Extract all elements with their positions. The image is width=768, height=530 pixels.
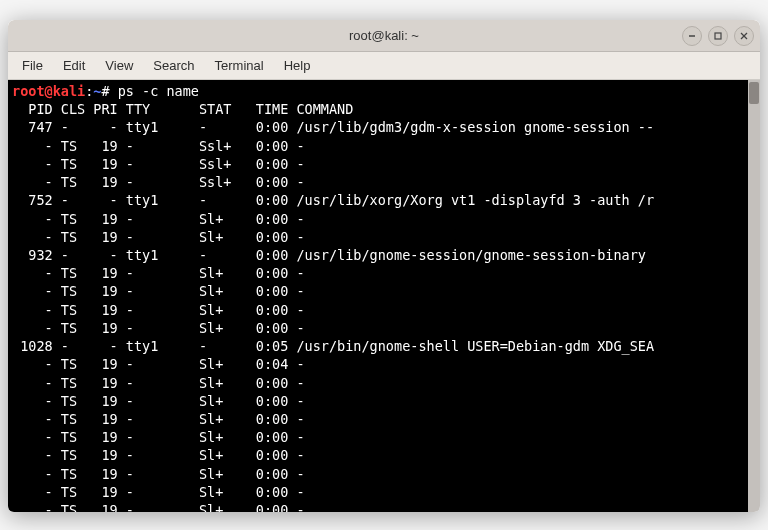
menu-search[interactable]: Search (145, 55, 202, 76)
maximize-button[interactable] (708, 26, 728, 46)
terminal-window: root@kali: ~ File Edit View Search Termi… (8, 20, 760, 512)
maximize-icon (713, 31, 723, 41)
menu-terminal[interactable]: Terminal (207, 55, 272, 76)
menubar: File Edit View Search Terminal Help (8, 52, 760, 80)
svg-rect-1 (715, 33, 721, 39)
terminal-wrapper: root@kali:~# ps -c name PID CLS PRI TTY … (8, 80, 760, 512)
menu-file[interactable]: File (14, 55, 51, 76)
terminal[interactable]: root@kali:~# ps -c name PID CLS PRI TTY … (8, 80, 748, 512)
menu-view[interactable]: View (97, 55, 141, 76)
minimize-icon (687, 31, 697, 41)
window-controls (682, 26, 754, 46)
titlebar[interactable]: root@kali: ~ (8, 20, 760, 52)
scrollbar[interactable] (748, 80, 760, 512)
menu-help[interactable]: Help (276, 55, 319, 76)
close-icon (739, 31, 749, 41)
window-title: root@kali: ~ (349, 28, 419, 43)
scrollbar-thumb[interactable] (749, 82, 759, 104)
minimize-button[interactable] (682, 26, 702, 46)
close-button[interactable] (734, 26, 754, 46)
menu-edit[interactable]: Edit (55, 55, 93, 76)
